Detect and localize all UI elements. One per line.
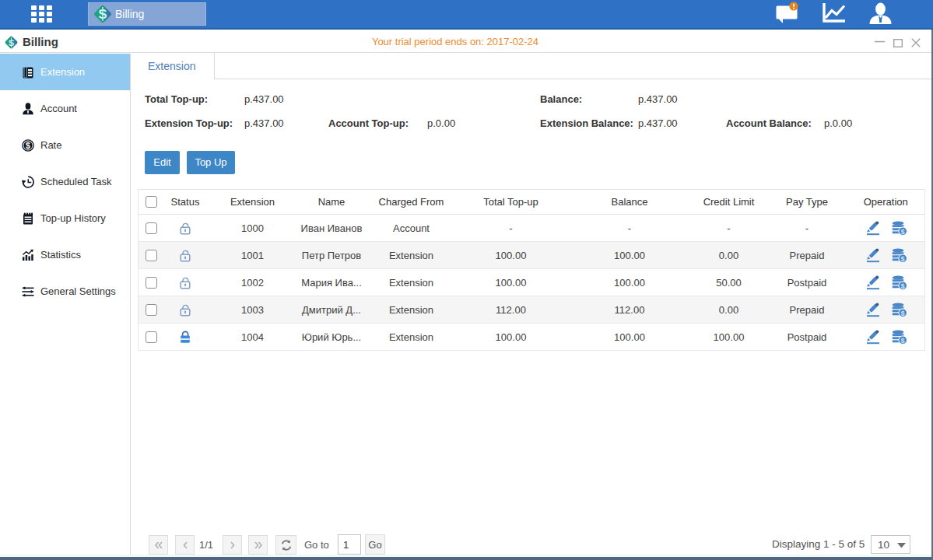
- svg-text:$: $: [900, 310, 904, 317]
- svg-text:$: $: [900, 337, 904, 345]
- svg-text:$: $: [900, 282, 904, 290]
- svg-text:$: $: [900, 228, 904, 236]
- svg-text:$: $: [26, 141, 30, 149]
- svg-text:$: $: [900, 255, 904, 263]
- svg-text:S: S: [98, 6, 107, 22]
